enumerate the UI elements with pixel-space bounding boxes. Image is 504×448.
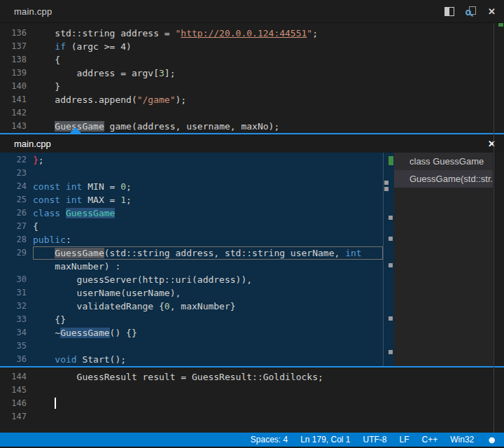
code-line[interactable]: 137 if (argc >= 4) [0,40,504,53]
line-content: }; [33,153,383,167]
line-content: void Start(); [33,353,383,366]
references-panel: class GuessGameGuessGame(std::str... [394,153,493,366]
overview-ruler-mark [388,156,393,165]
reference-item[interactable]: GuessGame(std::str... [394,170,493,188]
code-line[interactable]: 26class GuessGame [0,206,383,220]
code-line[interactable]: 141 address.append("/game"); [0,93,504,106]
status-bar: Spaces: 4 Ln 179, Col 1 UTF-8 LF C++ Win… [0,433,504,447]
overview-ruler-mark [388,350,393,354]
status-platform[interactable]: Win32 [450,435,474,444]
peek-widget: main.cpp ✕ 22};2324const int MIN = 0;25c… [0,133,504,368]
line-number [0,260,33,273]
vscode-window: main.cpp ✕ 136 std::string address = "ht… [0,0,504,448]
line-number: 146 [0,397,33,410]
line-content [33,340,383,353]
line-number: 36 [0,353,33,366]
code-line[interactable]: 145 [0,384,504,397]
line-content: {} [33,313,383,326]
code-line[interactable]: 22}; [0,153,383,167]
line-number: 23 [0,167,33,180]
code-line[interactable]: 24const int MIN = 0; [0,180,383,193]
line-number: 32 [0,300,33,313]
feedback-smiley-icon[interactable]: ☻ [486,435,497,444]
code-line[interactable]: 32 validatedRange {0, maxNumber} [0,300,383,313]
status-indentation[interactable]: Spaces: 4 [251,435,288,444]
peek-editor[interactable]: 22};2324const int MIN = 0;25const int MA… [0,153,384,366]
line-content [33,106,504,120]
line-number: 22 [0,153,33,167]
code-line[interactable]: 33 {} [0,313,383,326]
line-content: userName(userName), [33,286,383,300]
split-editor-icon[interactable] [444,7,454,16]
peek-close-icon[interactable]: ✕ [488,139,496,148]
file-title: main.cpp [14,6,52,17]
peek-right-strip [493,153,504,366]
line-content: } [33,80,504,93]
code-line[interactable]: 140 } [0,80,504,93]
editor-title-bar: main.cpp ✕ [0,0,504,23]
overview-ruler-mark [498,23,503,27]
line-content: public: [33,233,383,246]
line-content: const int MIN = 0; [33,180,383,193]
peek-overview-ruler[interactable] [384,153,394,366]
code-line[interactable]: maxNumber) : [0,260,383,273]
line-content [33,397,504,410]
line-content: GuessGame(std::string address, std::stri… [33,246,383,260]
peek-anchor-arrow [70,127,81,133]
line-number: 34 [0,326,33,340]
code-line[interactable]: 29 GuessGame(std::string address, std::s… [0,246,383,260]
line-content: GuessGame game(address, username, maxNo)… [33,120,504,133]
overview-ruler-mark [388,316,393,321]
code-line[interactable]: 31 userName(userName), [0,286,383,300]
code-line[interactable]: 25const int MAX = 1; [0,193,383,206]
scrollbar-boundary-line [493,23,494,433]
overview-ruler-mark [384,187,388,191]
line-number: 26 [0,206,33,220]
code-line[interactable]: 146 [0,397,504,410]
line-number: 28 [0,233,33,246]
status-encoding[interactable]: UTF-8 [363,435,387,444]
code-line[interactable]: 23 [0,167,383,180]
line-number: 27 [0,220,33,233]
line-number: 142 [0,106,33,120]
main-editor-upper[interactable]: 136 std::string address = "http://20.0.0… [0,23,504,133]
line-number: 145 [0,384,33,397]
line-content: GuessResult result = GuessResult::Goldil… [33,370,504,384]
code-line[interactable]: 27{ [0,220,383,233]
line-content: address = argv[3]; [33,66,504,80]
code-line[interactable]: 36 void Start(); [0,353,383,366]
open-preview-icon[interactable] [465,6,477,17]
code-line[interactable]: 28public: [0,233,383,246]
line-content: validatedRange {0, maxNumber} [33,300,383,313]
line-number: 140 [0,80,33,93]
code-line[interactable]: 34 ~GuessGame() {} [0,326,383,340]
main-editor-lower[interactable]: 144 GuessResult result = GuessResult::Go… [0,368,504,433]
code-line[interactable]: 144 GuessResult result = GuessResult::Go… [0,370,504,384]
title-bar-actions: ✕ [444,6,496,17]
reference-item[interactable]: class GuessGame [394,153,493,170]
line-number: 136 [0,27,33,40]
close-editor-icon[interactable]: ✕ [488,7,496,16]
code-line[interactable]: 147 [0,410,504,424]
line-content: { [33,220,383,233]
line-content: ~GuessGame() {} [33,326,383,340]
status-eol[interactable]: LF [400,435,410,444]
peek-title: main.cpp [14,139,51,149]
line-content [33,384,504,397]
code-line[interactable]: 139 address = argv[3]; [0,66,504,80]
code-line[interactable]: 138 { [0,53,504,66]
line-content: class GuessGame [33,206,383,220]
code-line[interactable]: 35 [0,340,383,353]
overview-ruler-mark [384,181,388,185]
line-number: 35 [0,340,33,353]
code-line[interactable]: 142 [0,106,504,120]
status-language[interactable]: C++ [422,435,438,444]
line-number: 24 [0,180,33,193]
code-line[interactable]: 30 guessServer(http::uri(address)), [0,273,383,286]
line-content: const int MAX = 1; [33,193,383,206]
code-line[interactable]: 136 std::string address = "http://20.0.0… [0,27,504,40]
status-cursor-position[interactable]: Ln 179, Col 1 [300,435,350,444]
line-content [33,167,383,180]
line-number: 138 [0,53,33,66]
line-number: 25 [0,193,33,206]
